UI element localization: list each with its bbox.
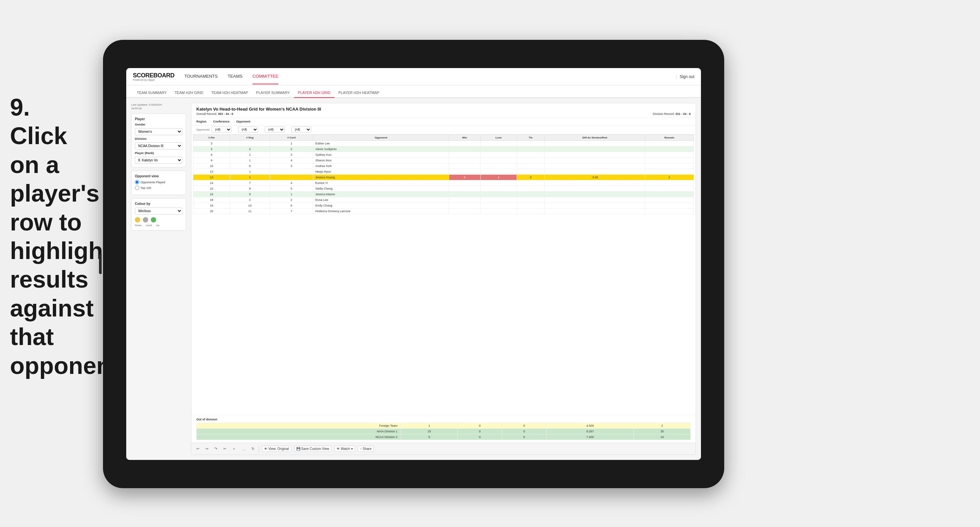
table-row[interactable]: 15 8 5 Stella Cheng <box>193 186 694 192</box>
tab-team-h2h-heatmap[interactable]: TEAM H2H HEATMAP <box>207 88 252 98</box>
view-original-label: View: Original <box>269 447 289 451</box>
player-select[interactable]: 8. Katelyn Vo <box>135 157 182 164</box>
radio-top100-input[interactable] <box>135 186 139 190</box>
table-row[interactable]: 5 2 2 Alexis Sudijanto <box>193 146 694 152</box>
watch-chevron: ▾ <box>351 447 353 451</box>
tab-team-h2h-grid[interactable]: TEAM H2H GRID <box>171 88 207 98</box>
radio-opponents-played[interactable]: Opponents Played <box>135 180 182 184</box>
region-select[interactable]: (All) <box>238 127 258 132</box>
opponent-select[interactable]: (All) <box>291 127 311 132</box>
save-custom-button[interactable]: 💾 Save Custom View <box>294 446 331 452</box>
share-button[interactable]: ↑ Share <box>358 446 374 452</box>
dot-up <box>151 217 156 222</box>
save-icon: 💾 <box>296 447 300 451</box>
colour-label: Colour by <box>135 202 182 206</box>
region-filter-label: Region <box>196 120 207 123</box>
radio-top100[interactable]: Top 100 <box>135 186 182 190</box>
colour-select[interactable]: Win/loss <box>135 208 182 214</box>
table-row[interactable]: 18 2 2 Euna Lee <box>193 197 694 203</box>
out-table-row[interactable]: Foreign Team 1 0 0 4.500 2 <box>197 423 690 429</box>
tab-player-summary[interactable]: PLAYER SUMMARY <box>252 88 294 98</box>
nav-items: TOURNAMENTS TEAMS COMMITTEE <box>185 69 676 84</box>
gender-select[interactable]: Women's <box>135 128 182 135</box>
colour-section: Colour by Win/loss Down Level Up <box>131 198 186 230</box>
opponents-group: Opponents: (All) <box>196 127 232 132</box>
table-row[interactable]: 10 6 3 Andrea York <box>193 163 694 169</box>
logo-text: SCOREBOARD <box>133 72 174 79</box>
col-diff: Diff Av Strokes/Rnd <box>544 135 645 141</box>
view-original-button[interactable]: 👁 View: Original <box>262 446 291 452</box>
add-button[interactable]: ＋ <box>231 445 237 452</box>
annotation-line2: player's row to <box>10 179 103 237</box>
tab-player-h2h-grid[interactable]: PLAYER H2H GRID <box>294 88 334 98</box>
nav-teams[interactable]: TEAMS <box>228 69 242 84</box>
forward-button[interactable]: ↷ <box>213 446 219 452</box>
table-body: 3 1 Esther Lee 5 2 2 Alexis Sudijanto 6 … <box>193 141 694 214</box>
grid-table: # Div # Reg # Conf Opponent Win Loss Tie… <box>193 135 694 214</box>
table-row[interactable]: 6 1 3 Sydney Kuo <box>193 152 694 158</box>
label-up: Up <box>156 224 159 227</box>
table-row[interactable]: 19 10 6 Emily Chang <box>193 203 694 208</box>
region-filter: Region <box>196 120 207 123</box>
cut-button[interactable]: ✂ <box>221 446 228 452</box>
nav-committee[interactable]: COMMITTEE <box>253 69 278 84</box>
view-original-icon: 👁 <box>264 447 267 451</box>
table-header-row: # Div # Reg # Conf Opponent Win Loss Tie… <box>193 135 694 141</box>
tablet-frame: SCOREBOARD Powered by clippd TOURNAMENTS… <box>103 40 724 488</box>
more-button[interactable]: … <box>240 446 247 452</box>
label-down: Down <box>135 224 142 227</box>
col-win: Win <box>449 135 480 141</box>
annotation-line3: highlight results <box>10 237 103 294</box>
col-reg: # Reg <box>230 135 270 141</box>
save-custom-label: Save Custom View <box>301 447 329 451</box>
filters-row: Region Conference Opponent <box>191 118 696 125</box>
watch-button[interactable]: 👁 Watch ▾ <box>334 446 355 452</box>
overall-record-value: 353 - 34 - 6 <box>218 112 233 116</box>
table-row[interactable]: 20 11 7 Federica Domecq Lacroze <box>193 208 694 214</box>
annotation-line5: opponent <box>10 351 103 380</box>
player-section-label: Player <box>135 117 182 121</box>
out-table-row[interactable]: NAIA Division 1 15 0 0 9.267 30 <box>197 429 690 434</box>
share-label: Share <box>363 447 372 451</box>
table-row[interactable]: 13 1 Jessica Huang 0 1 0 -3.00 2 <box>193 175 694 180</box>
filters-selects-row: Opponents: (All) (All) (All) (All) <box>191 125 696 135</box>
sign-out-button[interactable]: Sign out <box>680 75 694 79</box>
top-nav: SCOREBOARD Powered by clippd TOURNAMENTS… <box>126 68 701 85</box>
out-table-row[interactable]: NCAA Division 2 5 0 0 7.400 10 <box>197 434 690 440</box>
table-row[interactable]: 3 1 Esther Lee <box>193 141 694 146</box>
player-section: Player Gender Women's Division NCAA Divi… <box>131 114 186 167</box>
table-row[interactable]: 13 1 Heejo Hyun <box>193 169 694 175</box>
label-level: Level <box>145 224 152 227</box>
col-rounds: Rounds <box>645 135 694 141</box>
logo: SCOREBOARD Powered by clippd <box>133 72 174 81</box>
conference-filter-label: Conference <box>213 120 230 123</box>
col-opponent: Opponent <box>313 135 449 141</box>
radio-top100-label: Top 100 <box>140 186 151 190</box>
table-row[interactable]: 9 1 4 Sharon Mun <box>193 158 694 163</box>
refresh-button[interactable]: ↻ <box>250 446 256 452</box>
out-table-body: Foreign Team 1 0 0 4.500 2 NAIA Division… <box>197 423 690 440</box>
tab-team-summary[interactable]: TEAM SUMMARY <box>133 88 171 98</box>
camera-notch <box>99 254 102 274</box>
colour-dots <box>135 217 182 222</box>
opponent-filter: Opponent <box>236 120 250 123</box>
table-row[interactable]: 14 7 4 Eunice Yi <box>193 180 694 186</box>
conference-select[interactable]: (All) <box>265 127 285 132</box>
last-updated-label: Last Updated: 27/03/2024 <box>131 103 186 106</box>
tablet-screen: SCOREBOARD Powered by clippd TOURNAMENTS… <box>126 68 701 460</box>
division-select[interactable]: NCAA Division III <box>135 143 182 149</box>
redo-button[interactable]: ↪ <box>204 446 210 452</box>
nav-tournaments[interactable]: TOURNAMENTS <box>185 69 218 84</box>
opponent-view-label: Opponent view <box>135 175 182 178</box>
watch-icon: 👁 <box>337 447 340 451</box>
table-row[interactable]: 16 9 1 Jessica Mason <box>193 192 694 197</box>
last-updated: Last Updated: 27/03/2024 16:55:28 <box>131 103 186 110</box>
opponents-select[interactable]: (All) <box>212 127 232 132</box>
undo-button[interactable]: ↩ <box>195 446 201 452</box>
opponent-filter-label: Opponent <box>236 120 250 123</box>
tab-player-h2h-heatmap[interactable]: PLAYER H2H HEATMAP <box>334 88 383 98</box>
annotation-number: 9. <box>10 93 103 122</box>
out-table: Foreign Team 1 0 0 4.500 2 NAIA Division… <box>196 423 690 440</box>
radio-opponents-played-input[interactable] <box>135 180 139 184</box>
sub-nav: TEAM SUMMARY TEAM H2H GRID TEAM H2H HEAT… <box>126 85 701 98</box>
